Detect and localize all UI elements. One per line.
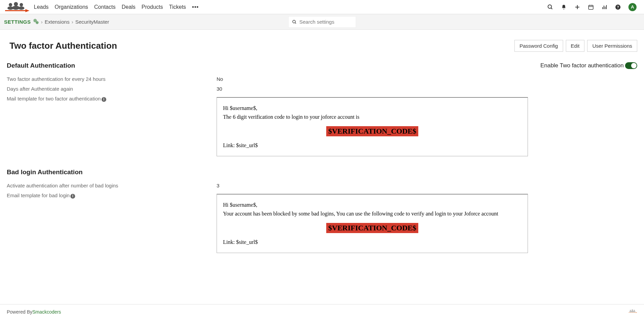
svg-point-26: [292, 20, 295, 23]
edit-button[interactable]: Edit: [566, 40, 585, 52]
nav-leads[interactable]: Leads: [34, 4, 49, 10]
nav-tickets[interactable]: Tickets: [169, 4, 186, 10]
gear-icon[interactable]: [33, 18, 39, 25]
two-factor-toggle[interactable]: [625, 62, 637, 69]
field-every-24h: Two factor authentication for every 24 h…: [7, 74, 637, 84]
page-title: Two factor Authentication: [9, 41, 117, 51]
section-default-title: Default Authentication: [7, 62, 75, 69]
svg-point-22: [35, 20, 36, 22]
breadcrumb-settings[interactable]: SETTINGS: [4, 19, 31, 25]
content: Two factor Authentication Password Confi…: [0, 30, 644, 275]
svg-marker-7: [25, 9, 29, 12]
calendar-icon[interactable]: [588, 4, 594, 10]
svg-point-1: [14, 2, 18, 6]
subbar: SETTINGS › Extensions › SecurityMaster: [0, 14, 644, 30]
mail-template-label-text: Mail template for two factor authenticat…: [7, 96, 101, 101]
search-icon: [292, 19, 297, 25]
chevron-right-icon: ›: [71, 19, 73, 25]
topbar: Leads Organizations Contacts Deals Produ…: [0, 0, 644, 14]
template-greeting: Hi $username$,: [223, 202, 521, 208]
nav-contacts[interactable]: Contacts: [94, 4, 115, 10]
app-logo[interactable]: [3, 2, 30, 13]
field-activate-after: Activate authentication after number of …: [7, 181, 637, 190]
field-label: Activate authentication after number of …: [7, 183, 217, 188]
svg-text:?: ?: [617, 5, 619, 9]
plus-icon[interactable]: [574, 4, 580, 10]
user-permissions-button[interactable]: User Permissions: [587, 40, 637, 52]
nav-organizations[interactable]: Organizations: [55, 4, 88, 10]
field-label: Email template for bad logini: [7, 192, 217, 199]
field-value: 3: [217, 183, 219, 188]
main-nav: Leads Organizations Contacts Deals Produ…: [34, 4, 199, 10]
template-link: Link: $site_url$: [223, 142, 521, 149]
field-label: Mail template for two factor authenticat…: [7, 96, 217, 102]
chevron-right-icon: ›: [41, 19, 43, 25]
field-value: 30: [217, 86, 222, 92]
field-label: Days after Authenticate again: [7, 86, 217, 92]
svg-line-9: [551, 8, 552, 9]
nav-deals[interactable]: Deals: [121, 4, 135, 10]
template-body: Your account has been blocked by some ba…: [223, 211, 521, 217]
field-days-again: Days after Authenticate again 30: [7, 84, 637, 94]
password-config-button[interactable]: Password Config: [514, 40, 563, 52]
field-label: Two factor authentication for every 24 h…: [7, 76, 217, 82]
verification-code-block: $VERIFICATION_CODE$: [223, 223, 521, 233]
breadcrumb: SETTINGS › Extensions › SecurityMaster: [4, 18, 109, 25]
title-row: Two factor Authentication Password Confi…: [9, 40, 637, 52]
info-icon[interactable]: i: [70, 194, 75, 199]
bell-icon[interactable]: [561, 4, 567, 10]
nav-products[interactable]: Products: [141, 4, 163, 10]
svg-line-27: [295, 22, 296, 23]
action-buttons: Password Config Edit User Permissions: [514, 40, 637, 52]
section-badlogin-head: Bad login Authentication: [7, 168, 637, 176]
svg-rect-12: [589, 5, 593, 9]
chart-icon[interactable]: [601, 4, 607, 10]
nav-more[interactable]: •••: [192, 4, 199, 10]
svg-point-24: [37, 22, 38, 23]
section-default-head: Default Authentication Enable Two factor…: [7, 62, 637, 69]
settings-search-input[interactable]: [299, 19, 352, 25]
breadcrumb-extensions[interactable]: Extensions: [45, 19, 69, 25]
badlogin-template-box: Hi $username$, Your account has been blo…: [217, 194, 528, 253]
template-body: The 6 digit verification code to login t…: [223, 114, 521, 120]
section-badlogin-title: Bad login Authentication: [7, 168, 83, 176]
settings-search[interactable]: [288, 16, 356, 28]
svg-point-0: [9, 3, 12, 6]
verification-code: $VERIFICATION_CODE$: [326, 126, 418, 136]
verification-code-block: $VERIFICATION_CODE$: [223, 126, 521, 136]
svg-point-8: [548, 5, 552, 8]
verification-code: $VERIFICATION_CODE$: [326, 223, 418, 233]
svg-point-2: [20, 3, 23, 6]
field-mail-template: Mail template for two factor authenticat…: [7, 94, 637, 158]
svg-point-5: [18, 6, 24, 10]
avatar[interactable]: A: [628, 3, 637, 11]
help-icon[interactable]: ?: [615, 4, 621, 10]
svg-rect-6: [5, 10, 25, 11]
topbar-right: ? A: [547, 3, 641, 11]
info-icon[interactable]: i: [102, 97, 106, 102]
field-value: No: [217, 76, 223, 82]
mail-template-box: Hi $username$, The 6 digit verification …: [217, 97, 528, 156]
field-badlogin-template: Email template for bad logini Hi $userna…: [7, 190, 637, 255]
breadcrumb-current: SecurityMaster: [75, 19, 109, 25]
toggle-label: Enable Two factor authentication: [540, 62, 624, 69]
template-greeting: Hi $username$,: [223, 105, 521, 111]
badlogin-template-label-text: Email template for bad login: [7, 192, 70, 198]
template-link: Link: $site_url$: [223, 239, 521, 245]
search-icon[interactable]: [547, 4, 553, 10]
